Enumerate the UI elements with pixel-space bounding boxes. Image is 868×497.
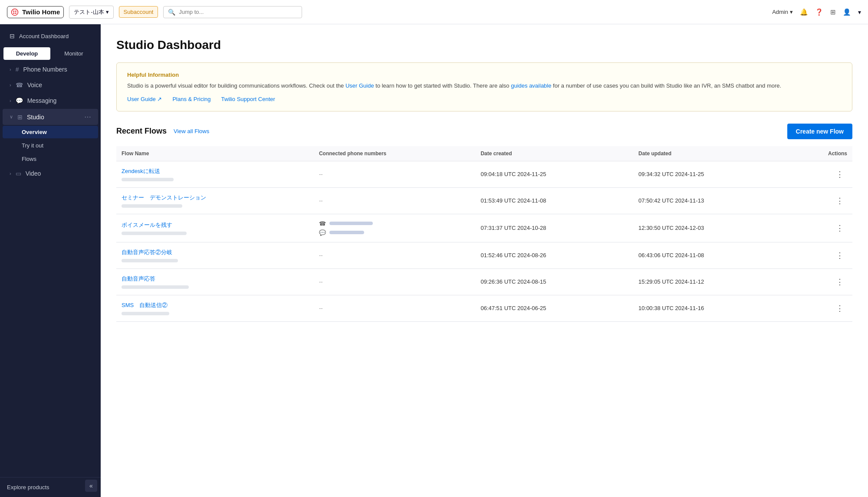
flow-name-link[interactable]: セミナー デモンストレーション xyxy=(122,194,206,201)
flow-name-link[interactable]: ボイスメールを残す xyxy=(122,222,172,228)
sidebar-item-account-dashboard[interactable]: ⊟ Account Dashboard xyxy=(3,29,98,43)
account-label: テスト-山本 xyxy=(74,8,104,16)
search-bar[interactable]: 🔍 xyxy=(163,6,302,18)
date-created-cell: 09:04:18 UTC 2024-11-25 xyxy=(475,161,633,187)
main-content: Studio Dashboard Helpful Information Stu… xyxy=(101,24,868,497)
section-title: Recent Flows xyxy=(116,127,167,136)
svg-point-3 xyxy=(13,12,14,13)
col-phone-numbers: Connected phone numbers xyxy=(314,146,476,161)
guides-available-link[interactable]: guides available xyxy=(511,82,551,89)
explore-products-label: Explore products xyxy=(7,484,49,490)
flow-sub-bar xyxy=(122,312,169,315)
flow-sub-bar xyxy=(122,285,189,289)
user-chevron-icon[interactable]: ▾ xyxy=(858,9,861,16)
svg-point-1 xyxy=(13,10,14,12)
row-actions-menu-button[interactable]: ⋮ xyxy=(832,276,847,288)
account-selector[interactable]: テスト-山本 ▾ xyxy=(69,6,113,19)
sidebar-item-phone-numbers[interactable]: › # Phone Numbers xyxy=(3,62,98,77)
voice-phone-icon: ☎ xyxy=(319,220,326,227)
phone-numbers-icon: # xyxy=(16,66,19,73)
info-box-title: Helpful Information xyxy=(127,72,842,78)
plans-pricing-link[interactable]: Plans & Pricing xyxy=(172,96,210,102)
admin-label: Admin xyxy=(772,9,788,15)
tab-monitor[interactable]: Monitor xyxy=(50,47,97,60)
sidebar-item-messaging[interactable]: › 💬 Messaging xyxy=(3,93,98,108)
table-row: 自動音声応答②分岐--01:52:46 UTC 2024-08-2606:43:… xyxy=(116,242,852,268)
view-all-flows-link[interactable]: View all Flows xyxy=(174,128,209,134)
app-logo[interactable]: Twilio Home xyxy=(7,6,64,18)
search-icon: 🔍 xyxy=(168,9,175,16)
row-actions-menu-button[interactable]: ⋮ xyxy=(832,249,847,262)
date-created-cell: 01:53:49 UTC 2024-11-08 xyxy=(475,187,633,214)
expand-icon: › xyxy=(10,82,11,88)
chevron-down-icon: ▾ xyxy=(790,9,793,15)
sidebar-tabs: Develop Monitor xyxy=(3,47,97,60)
notifications-icon[interactable]: 🔔 xyxy=(800,8,808,16)
sidebar-item-video[interactable]: › ▭ Video xyxy=(3,166,98,181)
sidebar-collapse-button[interactable]: « xyxy=(85,480,97,492)
voice-icon: ☎ xyxy=(16,82,23,88)
flow-name-link[interactable]: 自動音声応答 xyxy=(122,275,155,282)
flow-name-link[interactable]: Zendeskに転送 xyxy=(122,168,160,174)
svg-point-4 xyxy=(15,12,16,13)
chevron-down-icon: ▾ xyxy=(106,9,109,15)
actions-cell: ⋮ xyxy=(791,161,852,187)
sidebar-sub-item-try-it-out[interactable]: Try it out xyxy=(3,139,98,152)
actions-cell: ⋮ xyxy=(791,214,852,242)
dashboard-icon: ⊟ xyxy=(10,33,15,39)
phone-cell: -- xyxy=(314,187,476,214)
user-guide-link[interactable]: User Guide ↗ xyxy=(127,96,162,102)
no-phone-dashes: -- xyxy=(319,197,323,204)
flows-table-body: Zendeskに転送--09:04:18 UTC 2024-11-2509:34… xyxy=(116,161,852,321)
no-phone-dashes: -- xyxy=(319,278,323,285)
apps-icon[interactable]: ⊞ xyxy=(830,8,836,16)
table-row: ボイスメールを残す ☎ 💬 07:31:37 UTC 2024-10-2812:… xyxy=(116,214,852,242)
info-box-body: Studio is a powerful visual editor for b… xyxy=(127,82,842,91)
expand-icon: › xyxy=(10,98,11,103)
subaccount-badge[interactable]: Subaccount xyxy=(119,6,158,18)
date-updated-cell: 10:00:38 UTC 2024-11-16 xyxy=(633,295,791,321)
flows-table: Flow Name Connected phone numbers Date c… xyxy=(116,146,852,322)
user-icon[interactable]: 👤 xyxy=(843,8,851,16)
phone-row: 💬 xyxy=(319,229,470,236)
flow-name-cell: 自動音声応答②分岐 xyxy=(116,242,314,268)
flow-name-link[interactable]: 自動音声応答②分岐 xyxy=(122,249,172,255)
flow-sub-bar xyxy=(122,259,178,262)
phone-bar xyxy=(329,231,364,234)
row-actions-menu-button[interactable]: ⋮ xyxy=(832,222,847,234)
flow-name-link[interactable]: SMS 自動送信② xyxy=(122,302,168,308)
actions-cell: ⋮ xyxy=(791,242,852,268)
svg-point-0 xyxy=(12,9,18,15)
admin-dropdown[interactable]: Admin ▾ xyxy=(772,9,793,15)
flow-name-cell: ボイスメールを残す xyxy=(116,214,314,242)
create-new-flow-button[interactable]: Create new Flow xyxy=(787,124,852,139)
studio-icon: ⊞ xyxy=(17,114,23,121)
flow-name-cell: 自動音声応答 xyxy=(116,268,314,295)
sidebar-item-studio[interactable]: ∨ ⊞ Studio ⋯ xyxy=(3,109,98,125)
help-icon[interactable]: ❓ xyxy=(815,8,823,16)
support-center-link[interactable]: Twilio Support Center xyxy=(221,96,275,102)
more-options-icon[interactable]: ⋯ xyxy=(84,113,91,121)
app-title: Twilio Home xyxy=(22,8,60,16)
messaging-icon: 💬 xyxy=(16,97,23,104)
info-box-links: User Guide ↗ Plans & Pricing Twilio Supp… xyxy=(127,96,842,102)
col-flow-name: Flow Name xyxy=(116,146,314,161)
sidebar-sub-item-flows[interactable]: Flows xyxy=(3,153,98,165)
user-guide-inline-link[interactable]: User Guide xyxy=(345,82,374,89)
tab-develop[interactable]: Develop xyxy=(3,47,50,60)
actions-cell: ⋮ xyxy=(791,187,852,214)
sidebar-sub-item-overview[interactable]: Overview xyxy=(3,126,98,138)
flow-name-cell: セミナー デモンストレーション xyxy=(116,187,314,214)
row-actions-menu-button[interactable]: ⋮ xyxy=(832,195,847,207)
table-row: セミナー デモンストレーション--01:53:49 UTC 2024-11-08… xyxy=(116,187,852,214)
no-phone-dashes: -- xyxy=(319,171,323,177)
date-created-cell: 06:47:51 UTC 2024-06-25 xyxy=(475,295,633,321)
date-created-cell: 09:26:36 UTC 2024-08-15 xyxy=(475,268,633,295)
row-actions-menu-button[interactable]: ⋮ xyxy=(832,302,847,314)
search-input[interactable] xyxy=(179,9,297,15)
sidebar-item-voice[interactable]: › ☎ Voice xyxy=(3,78,98,92)
phone-cell: -- xyxy=(314,161,476,187)
sidebar: ⊟ Account Dashboard Develop Monitor › # … xyxy=(0,24,101,497)
row-actions-menu-button[interactable]: ⋮ xyxy=(832,168,847,180)
date-updated-cell: 07:50:42 UTC 2024-11-13 xyxy=(633,187,791,214)
